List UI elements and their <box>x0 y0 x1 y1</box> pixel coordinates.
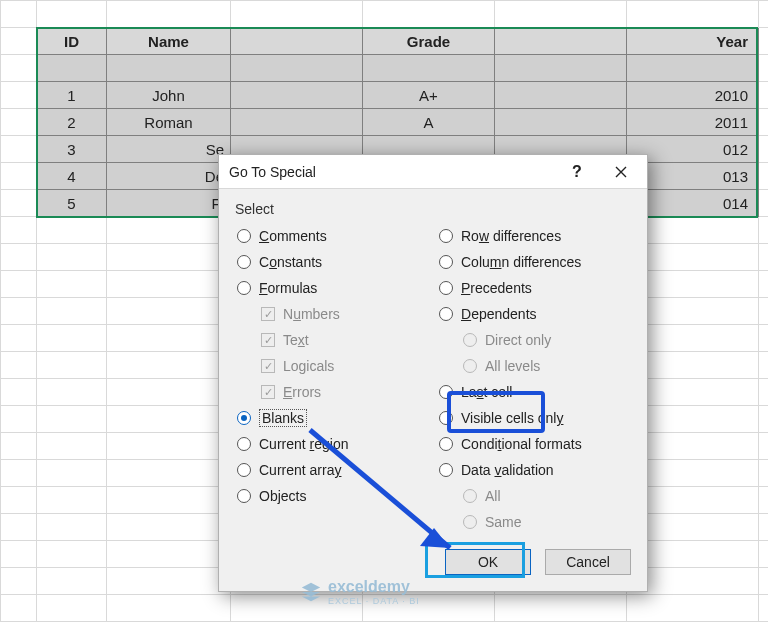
go-to-special-dialog: Go To Special ? Select Comments Constant… <box>218 154 648 592</box>
option-all: All <box>435 483 633 509</box>
table-cell-id[interactable]: 1 <box>37 82 107 109</box>
dialog-title: Go To Special <box>229 164 555 180</box>
close-icon[interactable] <box>599 157 643 187</box>
watermark-tagline: EXCEL · DATA · BI <box>328 596 420 606</box>
option-data-validation[interactable]: Data validation <box>435 457 633 483</box>
option-formulas[interactable]: Formulas <box>233 275 431 301</box>
table-cell-year[interactable]: 2010 <box>627 82 759 109</box>
col-header-year[interactable]: Year <box>627 28 759 55</box>
option-all-levels: All levels <box>435 353 633 379</box>
option-precedents[interactable]: Precedents <box>435 275 633 301</box>
watermark-brand: exceldemy <box>328 578 420 596</box>
dialog-titlebar[interactable]: Go To Special ? <box>219 155 647 189</box>
option-same: Same <box>435 509 633 535</box>
option-objects[interactable]: Objects <box>233 483 431 509</box>
col-header-id[interactable]: ID <box>37 28 107 55</box>
option-visible-cells[interactable]: Visible cells only <box>435 405 633 431</box>
option-comments[interactable]: Comments <box>233 223 431 249</box>
option-current-region[interactable]: Current region <box>233 431 431 457</box>
watermark: exceldemy EXCEL · DATA · BI <box>300 578 420 606</box>
table-cell-name[interactable]: John <box>107 82 231 109</box>
table-cell[interactable] <box>37 55 107 82</box>
option-conditional-formats[interactable]: Conditional formats <box>435 431 633 457</box>
option-direct-only: Direct only <box>435 327 633 353</box>
option-errors: ✓ Errors <box>233 379 431 405</box>
cancel-button[interactable]: Cancel <box>545 549 631 575</box>
option-current-array[interactable]: Current array <box>233 457 431 483</box>
option-last-cell[interactable]: Last cell <box>435 379 633 405</box>
table-cell-grade[interactable]: A+ <box>363 82 495 109</box>
option-column-differences[interactable]: Column differences <box>435 249 633 275</box>
option-row-differences[interactable]: Row differences <box>435 223 633 249</box>
option-dependents[interactable]: Dependents <box>435 301 633 327</box>
option-blanks[interactable]: Blanks <box>233 405 431 431</box>
option-logicals: ✓ Logicals <box>233 353 431 379</box>
col-header-grade[interactable]: Grade <box>363 28 495 55</box>
col-header-blank2[interactable] <box>495 28 627 55</box>
option-numbers: ✓ Numbers <box>233 301 431 327</box>
col-header-blank1[interactable] <box>231 28 363 55</box>
option-constants[interactable]: Constants <box>233 249 431 275</box>
col-header-name[interactable]: Name <box>107 28 231 55</box>
section-label: Select <box>235 201 633 217</box>
ok-button[interactable]: OK <box>445 549 531 575</box>
option-text: ✓ Text <box>233 327 431 353</box>
help-icon[interactable]: ? <box>555 157 599 187</box>
